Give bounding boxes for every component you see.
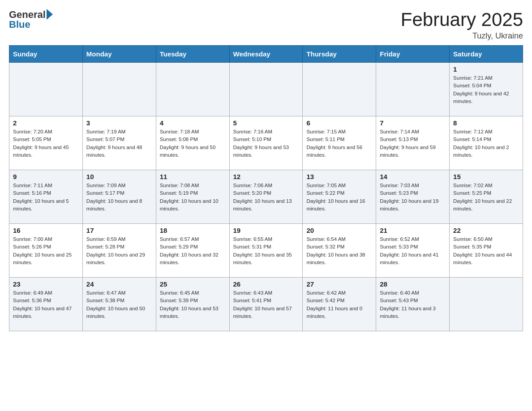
day-number: 10 [86,173,152,180]
day-number: 11 [160,173,226,180]
table-row: 6Sunrise: 7:15 AMSunset: 5:11 PMDaylight… [303,116,376,170]
day-number: 21 [380,227,446,234]
day-number: 20 [306,227,372,234]
day-info: Sunrise: 7:20 AMSunset: 5:05 PMDaylight:… [13,128,79,159]
day-number: 23 [13,280,79,288]
table-row: 13Sunrise: 7:05 AMSunset: 5:22 PMDayligh… [303,170,376,224]
day-info: Sunrise: 6:47 AMSunset: 5:38 PMDaylight:… [86,289,152,320]
day-info: Sunrise: 7:03 AMSunset: 5:23 PMDaylight:… [380,182,446,213]
day-info: Sunrise: 7:00 AMSunset: 5:26 PMDaylight:… [13,235,79,266]
table-row: 24Sunrise: 6:47 AMSunset: 5:38 PMDayligh… [82,278,156,331]
table-row: 27Sunrise: 6:42 AMSunset: 5:42 PMDayligh… [303,278,376,331]
table-row: 22Sunrise: 6:50 AMSunset: 5:35 PMDayligh… [450,224,523,278]
day-info: Sunrise: 6:52 AMSunset: 5:33 PMDaylight:… [380,235,446,266]
title-block: February 2025 Tuzly, Ukraine [401,9,523,41]
table-row: 23Sunrise: 6:49 AMSunset: 5:36 PMDayligh… [9,278,83,331]
day-number: 12 [233,173,299,180]
col-tuesday: Tuesday [156,46,229,63]
table-row: 19Sunrise: 6:55 AMSunset: 5:31 PMDayligh… [229,224,303,278]
day-info: Sunrise: 6:49 AMSunset: 5:36 PMDaylight:… [13,289,79,320]
table-row: 21Sunrise: 6:52 AMSunset: 5:33 PMDayligh… [376,224,450,278]
table-row: 28Sunrise: 6:40 AMSunset: 5:43 PMDayligh… [376,278,450,331]
table-row [229,63,303,116]
table-row: 1Sunrise: 7:21 AMSunset: 5:04 PMDaylight… [450,63,523,116]
table-row: 2Sunrise: 7:20 AMSunset: 5:05 PMDaylight… [9,116,83,170]
day-info: Sunrise: 7:16 AMSunset: 5:10 PMDaylight:… [233,128,299,159]
table-row: 17Sunrise: 6:59 AMSunset: 5:28 PMDayligh… [82,224,156,278]
month-year-title: February 2025 [401,9,523,30]
table-row: 25Sunrise: 6:45 AMSunset: 5:39 PMDayligh… [156,278,229,331]
calendar-table: Sunday Monday Tuesday Wednesday Thursday… [9,45,523,331]
day-info: Sunrise: 6:54 AMSunset: 5:32 PMDaylight:… [306,235,372,266]
logo: General Blue [9,9,53,30]
col-thursday: Thursday [303,46,376,63]
table-row: 11Sunrise: 7:08 AMSunset: 5:19 PMDayligh… [156,170,229,224]
day-info: Sunrise: 7:05 AMSunset: 5:22 PMDaylight:… [306,182,372,213]
location-subtitle: Tuzly, Ukraine [401,31,523,41]
day-info: Sunrise: 6:55 AMSunset: 5:31 PMDaylight:… [233,235,299,266]
day-info: Sunrise: 7:11 AMSunset: 5:16 PMDaylight:… [13,182,79,213]
day-info: Sunrise: 7:06 AMSunset: 5:20 PMDaylight:… [233,182,299,213]
table-row: 3Sunrise: 7:19 AMSunset: 5:07 PMDaylight… [82,116,156,170]
day-info: Sunrise: 7:12 AMSunset: 5:14 PMDaylight:… [453,128,519,159]
day-info: Sunrise: 7:14 AMSunset: 5:13 PMDaylight:… [380,128,446,159]
day-number: 19 [233,227,299,234]
day-info: Sunrise: 6:59 AMSunset: 5:28 PMDaylight:… [86,235,152,266]
day-info: Sunrise: 6:42 AMSunset: 5:42 PMDaylight:… [306,289,372,320]
table-row: 7Sunrise: 7:14 AMSunset: 5:13 PMDaylight… [376,116,450,170]
day-info: Sunrise: 7:08 AMSunset: 5:19 PMDaylight:… [160,182,226,213]
table-row [156,63,229,116]
day-number: 22 [453,227,519,234]
table-row: 18Sunrise: 6:57 AMSunset: 5:29 PMDayligh… [156,224,229,278]
day-info: Sunrise: 7:02 AMSunset: 5:25 PMDaylight:… [453,182,519,213]
calendar-week-row: 1Sunrise: 7:21 AMSunset: 5:04 PMDaylight… [9,63,523,116]
day-number: 17 [86,227,152,234]
col-wednesday: Wednesday [229,46,303,63]
day-number: 3 [86,119,152,127]
logo-arrow-icon [47,9,53,20]
col-saturday: Saturday [450,46,523,63]
day-info: Sunrise: 6:50 AMSunset: 5:35 PMDaylight:… [453,235,519,266]
table-row: 14Sunrise: 7:03 AMSunset: 5:23 PMDayligh… [376,170,450,224]
calendar-header-row: Sunday Monday Tuesday Wednesday Thursday… [9,46,523,63]
col-sunday: Sunday [9,46,83,63]
day-number: 7 [380,119,446,127]
table-row [82,63,156,116]
col-friday: Friday [376,46,450,63]
table-row: 10Sunrise: 7:09 AMSunset: 5:17 PMDayligh… [82,170,156,224]
day-number: 13 [306,173,372,180]
table-row [450,278,523,331]
day-info: Sunrise: 7:21 AMSunset: 5:04 PMDaylight:… [453,74,519,105]
day-number: 18 [160,227,226,234]
day-number: 16 [13,227,79,234]
page-header: General Blue February 2025 Tuzly, Ukrain… [9,9,523,41]
day-number: 27 [306,280,372,288]
table-row: 15Sunrise: 7:02 AMSunset: 5:25 PMDayligh… [450,170,523,224]
day-number: 6 [306,119,372,127]
day-number: 28 [380,280,446,288]
day-number: 9 [13,173,79,180]
table-row: 4Sunrise: 7:18 AMSunset: 5:08 PMDaylight… [156,116,229,170]
day-number: 8 [453,119,519,127]
day-info: Sunrise: 6:43 AMSunset: 5:41 PMDaylight:… [233,289,299,320]
day-number: 25 [160,280,226,288]
day-number: 15 [453,173,519,180]
day-info: Sunrise: 7:09 AMSunset: 5:17 PMDaylight:… [86,182,152,213]
calendar-week-row: 16Sunrise: 7:00 AMSunset: 5:26 PMDayligh… [9,224,523,278]
table-row: 20Sunrise: 6:54 AMSunset: 5:32 PMDayligh… [303,224,376,278]
day-number: 2 [13,119,79,127]
calendar-week-row: 23Sunrise: 6:49 AMSunset: 5:36 PMDayligh… [9,278,523,331]
table-row: 26Sunrise: 6:43 AMSunset: 5:41 PMDayligh… [229,278,303,331]
day-info: Sunrise: 7:18 AMSunset: 5:08 PMDaylight:… [160,128,226,159]
day-number: 1 [453,65,519,73]
day-number: 5 [233,119,299,127]
day-info: Sunrise: 7:15 AMSunset: 5:11 PMDaylight:… [306,128,372,159]
calendar-week-row: 2Sunrise: 7:20 AMSunset: 5:05 PMDaylight… [9,116,523,170]
day-info: Sunrise: 7:19 AMSunset: 5:07 PMDaylight:… [86,128,152,159]
table-row [303,63,376,116]
day-info: Sunrise: 6:40 AMSunset: 5:43 PMDaylight:… [380,289,446,320]
col-monday: Monday [82,46,156,63]
table-row: 8Sunrise: 7:12 AMSunset: 5:14 PMDaylight… [450,116,523,170]
table-row: 16Sunrise: 7:00 AMSunset: 5:26 PMDayligh… [9,224,83,278]
day-info: Sunrise: 6:57 AMSunset: 5:29 PMDaylight:… [160,235,226,266]
